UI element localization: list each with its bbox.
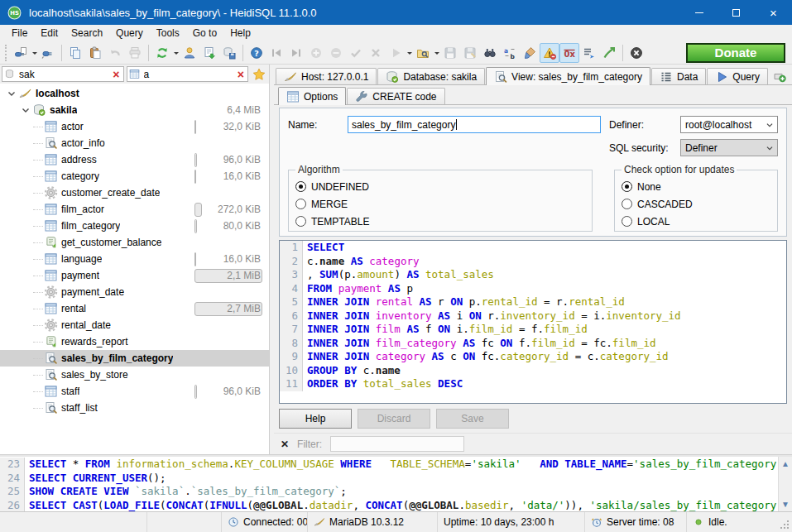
undo-button[interactable]: [105, 43, 125, 63]
tree-item-customer_create_date[interactable]: customer_create_date: [0, 185, 269, 201]
menu-item-tools[interactable]: Tools: [150, 26, 186, 41]
delete-record-button[interactable]: [326, 43, 346, 63]
tree-item-payment[interactable]: payment2,1 MiB: [0, 267, 269, 284]
close-button[interactable]: ×: [755, 0, 792, 25]
sql-editor[interactable]: 1SELECT2c.name AS category3, SUM(p.amoun…: [279, 240, 787, 404]
subtab-options[interactable]: Options: [278, 87, 346, 105]
tab-view-sales-by-film-category[interactable]: View: sales_by_film_category: [486, 67, 650, 85]
highlight-errors-button[interactable]: [540, 43, 559, 63]
menu-item-query[interactable]: Query: [109, 26, 150, 41]
open-sql-file-button[interactable]: [413, 43, 433, 63]
find-text-button[interactable]: [480, 43, 500, 63]
stop-process-button[interactable]: [626, 43, 646, 63]
export-database-button[interactable]: [199, 43, 219, 63]
tree-item-get_customer_balance[interactable]: get_customer_balance: [0, 234, 269, 251]
insert-record-button[interactable]: [306, 43, 326, 63]
save-sql-button[interactable]: [440, 43, 460, 63]
database-filter-input[interactable]: [17, 68, 111, 81]
tab-data[interactable]: Data: [651, 68, 706, 84]
tree-item-rental_date[interactable]: rental_date: [0, 317, 269, 333]
last-record-button[interactable]: [286, 43, 306, 63]
binary-as-hex-button[interactable]: 0x: [559, 43, 579, 63]
filter-input[interactable]: [330, 436, 464, 452]
clear-table-filter-icon[interactable]: ×: [236, 69, 246, 80]
first-record-button[interactable]: [266, 43, 286, 63]
tab-database-sakila[interactable]: Database: sakila: [377, 68, 485, 84]
tree-item-sales_by_store[interactable]: sales_by_store: [0, 367, 269, 383]
tree-item-actor_info[interactable]: actor_info: [0, 135, 269, 151]
definer-select[interactable]: root@localhost: [680, 116, 778, 133]
menu-item-file[interactable]: File: [5, 26, 34, 41]
favorites-filter-button[interactable]: [251, 66, 267, 82]
help-button[interactable]: Help: [279, 409, 352, 429]
run-query-button[interactable]: [386, 43, 406, 63]
cancel-edit-button[interactable]: [366, 43, 386, 63]
menu-item-edit[interactable]: Edit: [34, 26, 65, 41]
insert-snippet-button[interactable]: [579, 43, 599, 63]
tree-item-category[interactable]: category16,0 KiB: [0, 168, 269, 185]
radio-temptable[interactable]: TEMPTABLE: [295, 213, 583, 230]
tree-item-payment_date[interactable]: payment_date: [0, 284, 269, 300]
log-scrollbar[interactable]: ▲ ▼: [778, 457, 792, 511]
tree-item-rental[interactable]: rental2,7 MiB: [0, 300, 269, 317]
menu-item-help[interactable]: Help: [223, 26, 257, 41]
resize-grip[interactable]: [787, 527, 789, 529]
reconnect-button[interactable]: [599, 43, 619, 63]
query-log[interactable]: 23SELECT * FROM information_schema.KEY_C…: [0, 457, 792, 511]
new-query-tab-button[interactable]: [769, 68, 790, 84]
chevron-down-icon[interactable]: [5, 87, 18, 100]
tree-item-sakila[interactable]: sakila6,4 MiB: [0, 102, 269, 118]
toolbar-grip[interactable]: [5, 45, 7, 61]
disconnect-button[interactable]: [38, 43, 58, 63]
replace-text-button[interactable]: ab: [500, 43, 520, 63]
radio-merge[interactable]: MERGE: [295, 195, 583, 213]
tree-item-actor[interactable]: actor32,0 KiB: [0, 118, 269, 135]
view-name-input[interactable]: sales_by_film_category: [348, 116, 601, 133]
radio-local[interactable]: LOCAL: [622, 213, 769, 230]
tree-item-address[interactable]: address96,0 KiB: [0, 151, 269, 168]
clear-database-filter-icon[interactable]: ×: [111, 69, 121, 80]
reformat-sql-button[interactable]: [520, 43, 540, 63]
copy-button[interactable]: [65, 43, 85, 63]
chevron-down-icon[interactable]: [19, 103, 32, 117]
print-button[interactable]: [125, 43, 145, 63]
tree-item-staff_list[interactable]: staff_list: [0, 400, 269, 416]
radio-undefined[interactable]: UNDEFINED: [295, 178, 583, 195]
refresh-button[interactable]: [152, 43, 172, 63]
paste-button[interactable]: [85, 43, 105, 63]
post-record-button[interactable]: [346, 43, 366, 63]
sql-security-select[interactable]: Definer: [680, 139, 778, 156]
radio-cascaded[interactable]: CASCADED: [622, 195, 769, 213]
scroll-up-icon[interactable]: ▲: [780, 458, 792, 470]
save-sql-as-button[interactable]: [460, 43, 480, 63]
help-button[interactable]: ?: [247, 43, 266, 63]
user-manager-button[interactable]: [180, 43, 199, 63]
donate-button[interactable]: Donate: [686, 43, 785, 63]
minimize-button[interactable]: [680, 0, 718, 25]
tree-item-sales_by_film_category[interactable]: sales_by_film_category: [0, 350, 269, 367]
refresh-dropdown-icon[interactable]: [172, 43, 180, 63]
session-manager-dropdown-icon[interactable]: [31, 43, 38, 63]
run-query-dropdown-icon[interactable]: [406, 43, 413, 63]
open-sql-file-dropdown-icon[interactable]: [433, 43, 440, 63]
tree-item-localhost[interactable]: localhost: [0, 85, 269, 102]
radio-none[interactable]: None: [622, 178, 769, 195]
table-filter-input[interactable]: [142, 68, 236, 81]
tree-item-film_category[interactable]: film_category80,0 KiB: [0, 218, 269, 234]
tab-host-127-0-0-1[interactable]: Host: 127.0.0.1: [276, 68, 377, 84]
tree-item-rewards_report[interactable]: rewards_report: [0, 333, 269, 350]
session-manager-button[interactable]: [11, 43, 31, 63]
tab-query[interactable]: Query: [707, 68, 768, 84]
tree-item-film_actor[interactable]: film_actor272,0 KiB: [0, 201, 269, 218]
tree-item-language[interactable]: language16,0 KiB: [0, 251, 269, 267]
discard-button[interactable]: Discard: [358, 409, 430, 429]
scroll-down-icon[interactable]: ▼: [780, 498, 792, 510]
menu-item-go-to[interactable]: Go to: [186, 26, 223, 41]
maximize-button[interactable]: [718, 0, 755, 25]
tree-item-staff[interactable]: staff96,0 KiB: [0, 383, 269, 400]
close-filter-icon[interactable]: ✕: [281, 439, 289, 449]
subtab-create-code[interactable]: CREATE code: [347, 88, 444, 104]
save-button[interactable]: Save: [436, 409, 509, 429]
menu-item-search[interactable]: Search: [65, 26, 109, 41]
save-data-button[interactable]: [219, 43, 239, 63]
